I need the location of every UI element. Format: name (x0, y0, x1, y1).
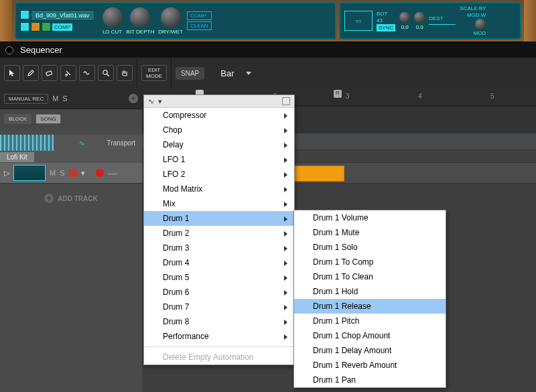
device-thumb[interactable] (13, 165, 46, 181)
knob-bitdepth[interactable]: BIT DEPTH (127, 7, 155, 35)
transport-track-row[interactable]: ∿ Transport (0, 135, 142, 151)
submenu-item-drum-1-solo[interactable]: Drum 1 Solo (294, 240, 446, 255)
automation-menu: ∿ ▾ CompressorChopDelayLFO 1LFO 2Mod Mat… (143, 94, 295, 365)
mod-w-label: MOD.W (467, 12, 486, 18)
menu-item-lfo-2[interactable]: LFO 2 (144, 167, 294, 182)
lofi-kit-label: Lofi Kit (0, 152, 34, 162)
zoom-tool[interactable] (98, 65, 114, 81)
menu-item-chop[interactable]: Chop (144, 123, 294, 137)
drum1-submenu: Drum 1 VolumeDrum 1 MuteDrum 1 SoloDrum … (293, 210, 446, 388)
wave-display[interactable]: ▭ (344, 11, 373, 31)
svg-rect-0 (46, 71, 52, 76)
edit-mode-button[interactable]: EDIT MODE (141, 65, 167, 81)
eraser-tool[interactable] (42, 65, 58, 81)
pointer-tool[interactable] (4, 65, 20, 81)
mute-icon[interactable] (31, 22, 40, 31)
knob-modw[interactable] (475, 19, 486, 29)
menu-item-drum-6[interactable]: Drum 6 (144, 285, 294, 300)
comp-chip[interactable]: COMP (52, 23, 72, 31)
add-track-row[interactable]: + ADD TRACK (0, 189, 142, 208)
record-arm-icon[interactable] (96, 169, 104, 177)
lofi-track-row[interactable]: ▷ M S ▾ — (0, 163, 142, 184)
right-locator[interactable]: R (334, 90, 342, 98)
add-icon[interactable]: + (129, 94, 138, 103)
automation-icon[interactable]: ∿ (79, 139, 84, 147)
pencil-tool[interactable] (23, 65, 39, 81)
submenu-item-drum-1-reverb-amount[interactable]: Drum 1 Reverb Amount (294, 358, 446, 373)
menu-item-performance[interactable]: Performance (144, 329, 294, 344)
submenu-item-drum-1-release[interactable]: Drum 1 Release (294, 299, 446, 314)
sequencer-header: Sequencer (0, 42, 536, 58)
menu-item-drum-4[interactable]: Drum 4 (144, 255, 294, 270)
submenu-item-drum-1-to-clean[interactable]: Drum 1 To Clean (294, 269, 446, 284)
block-button[interactable]: BLOCK (4, 114, 31, 124)
plus-icon: + (44, 194, 54, 203)
menu-item-drum-1[interactable]: Drum 1 (144, 211, 294, 226)
dest-line (429, 24, 456, 25)
menu-item-drum-3[interactable]: Drum 3 (144, 241, 294, 255)
mute-tool[interactable] (79, 65, 95, 81)
submenu-item-drum-1-hold[interactable]: Drum 1 Hold (294, 284, 446, 299)
menu-item-drum-2[interactable]: Drum 2 (144, 226, 294, 241)
submenu-item-drum-1-volume[interactable]: Drum 1 Volume (294, 210, 446, 225)
menu-item-compressor[interactable]: Compressor (144, 108, 294, 123)
menu-item-drum-8[interactable]: Drum 8 (144, 314, 294, 329)
master-mute[interactable]: M (52, 94, 58, 103)
knob-mini1[interactable]: 0.0 (399, 12, 410, 30)
clean-button[interactable]: CLEAN (187, 21, 212, 30)
hand-tool[interactable] (117, 65, 133, 81)
toolbar: EDIT MODE SNAP Bar (0, 58, 536, 88)
close-icon[interactable] (5, 46, 13, 54)
menu-item-mix[interactable]: Mix (144, 196, 294, 211)
submenu-item-drum-1-pitch[interactable]: Drum 1 Pitch (294, 314, 446, 328)
plugin-mod-panel: ▭ BOT 43 SYNC 0.0 0.0 DEST SCALE BY MOD.… (339, 2, 521, 40)
wood-right (524, 0, 536, 42)
knob-mini2[interactable]: 0.0 (414, 12, 425, 30)
menu-item-drum-7[interactable]: Drum 7 (144, 300, 294, 314)
transport-label: Transport (107, 139, 135, 147)
mod-label: MOD (474, 30, 486, 36)
dash-icon: — (108, 168, 117, 178)
sync-button[interactable]: SYNC (377, 24, 395, 31)
comp-button[interactable]: COMP (187, 11, 212, 20)
play-cue-icon[interactable]: ▷ (4, 169, 9, 178)
menu-item-drum-5[interactable]: Drum 5 (144, 270, 294, 285)
razor-tool[interactable] (60, 65, 76, 81)
track-solo[interactable]: S (60, 169, 64, 177)
submenu-item-drum-1-pan[interactable]: Drum 1 Pan (294, 373, 446, 387)
snap-button[interactable]: SNAP (176, 67, 204, 80)
svg-point-2 (103, 70, 107, 74)
dest-label: DEST (429, 15, 456, 21)
lofi-tab[interactable]: Lofi Kit (0, 151, 142, 163)
ruler-mark: 5 (490, 92, 494, 100)
play-icon[interactable] (20, 10, 29, 19)
menu-item-delay[interactable]: Delay (144, 137, 294, 152)
knob-drywet[interactable]: DRY/WET (158, 7, 183, 35)
submenu-item-drum-1-mute[interactable]: Drum 1 Mute (294, 225, 446, 240)
snap-unit-select[interactable]: Bar (220, 68, 251, 78)
grid-icon[interactable] (282, 97, 290, 105)
track-mute[interactable]: M (50, 169, 56, 177)
menu-item-lfo-1[interactable]: LFO 1 (144, 152, 294, 167)
sample-file-label[interactable]: Bd_909_Vfat01.wav (31, 10, 94, 21)
mode-row: BLOCK SONG (0, 109, 142, 128)
chevron-down-icon (246, 72, 251, 75)
solo-icon[interactable] (42, 22, 51, 31)
knob-locut[interactable]: LO CUT (103, 7, 123, 35)
wave-menu-icon[interactable]: ∿ (148, 97, 154, 106)
menu-header: ∿ ▾ (144, 95, 294, 108)
automation-toggle[interactable] (69, 169, 77, 177)
chevron-down-icon[interactable]: ▾ (81, 169, 85, 178)
submenu-item-drum-1-to-comp[interactable]: Drum 1 To Comp (294, 255, 446, 269)
wood-left (0, 0, 12, 42)
submenu-item-drum-1-delay-amount[interactable]: Drum 1 Delay Amount (294, 343, 446, 358)
submenu-item-drum-1-chop-amount[interactable]: Drum 1 Chop Amount (294, 328, 446, 343)
menu-separator (144, 346, 294, 347)
master-solo[interactable]: S (62, 94, 67, 103)
menu-item-mod-matrix[interactable]: Mod Matrix (144, 182, 294, 196)
loop-icon[interactable] (20, 22, 29, 31)
song-button[interactable]: SONG (36, 114, 61, 124)
audio-clip[interactable] (289, 166, 344, 182)
manual-rec-button[interactable]: MANUAL REC (4, 94, 48, 104)
chevron-down-icon[interactable]: ▾ (158, 97, 162, 106)
